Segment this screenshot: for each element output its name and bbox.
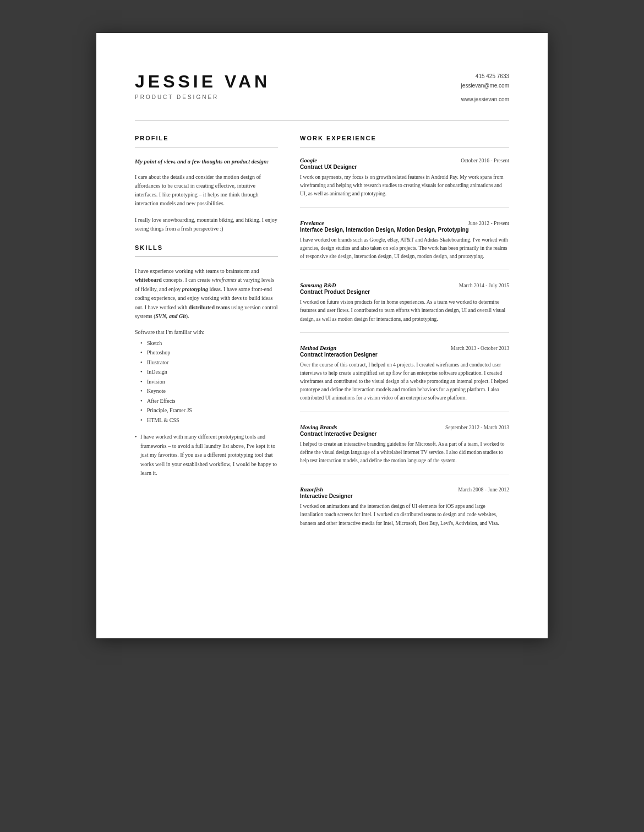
job-title: Contract Interaction Designer <box>300 352 509 358</box>
right-column: WORK EXPERIENCE Google October 2016 - Pr… <box>300 135 509 540</box>
skills-section: SKILLS I have experience working with te… <box>135 244 278 478</box>
job-dates: March 2013 - October 2013 <box>451 346 509 351</box>
email-address: jessievan@me.com <box>461 81 509 90</box>
profile-intro-text: My point of view, and a few thoughts on … <box>135 158 269 165</box>
job-entry: Method Design March 2013 - October 2013 … <box>300 345 509 412</box>
skill-keynote: Keynote <box>140 386 278 396</box>
skills-divider <box>135 256 278 257</box>
skill-html-css: HTML & CSS <box>140 415 278 425</box>
job-header: Freelance June 2012 - Present <box>300 220 509 226</box>
job-divider <box>300 474 509 474</box>
job-dates: March 2014 - July 2015 <box>459 283 509 288</box>
skill-sketch: Sketch <box>140 338 278 348</box>
profile-section-title: PROFILE <box>135 135 278 141</box>
job-description: I worked on future vision products for i… <box>300 298 509 324</box>
job-company: Google <box>300 157 317 163</box>
skills-paragraph: I have experience working with teams to … <box>135 267 278 321</box>
job-entry: Google October 2016 - Present Contract U… <box>300 157 509 208</box>
skill-invision: Invision <box>140 377 278 387</box>
candidate-name: JESSIE VAN <box>135 72 270 92</box>
job-description: I have worked on brands such as Google, … <box>300 236 509 261</box>
job-company: Method Design <box>300 345 336 351</box>
job-company: Samsung R&D <box>300 282 336 288</box>
software-list: Sketch Photoshop Illustrator InDesign In… <box>135 338 278 425</box>
job-entry: Freelance June 2012 - Present Interface … <box>300 220 509 271</box>
job-description: I helped to create an interactive brandi… <box>300 440 509 466</box>
software-heading: Software that I'm familiar with: <box>135 329 278 335</box>
skills-note: I have worked with many different protot… <box>135 433 278 478</box>
header-divider <box>135 121 509 121</box>
profile-intro: My point of view, and a few thoughts on … <box>135 157 278 166</box>
job-title: Interface Design, Interaction Design, Mo… <box>300 227 509 233</box>
header-left: JESSIE VAN PRODUCT DESIGNER <box>135 72 270 100</box>
job-divider <box>300 207 509 208</box>
skill-indesign: InDesign <box>140 367 278 377</box>
job-header: Moving Brands September 2012 - March 201… <box>300 424 509 430</box>
job-description: I work on payments, my focus is on growt… <box>300 173 509 199</box>
job-description: Over the course of this contract, I help… <box>300 361 509 403</box>
job-entry: Moving Brands September 2012 - March 201… <box>300 424 509 475</box>
work-divider <box>300 147 509 147</box>
main-content: PROFILE My point of view, and a few thou… <box>135 135 509 540</box>
website-url: www.jessievan.com <box>461 95 509 104</box>
profile-section: PROFILE My point of view, and a few thou… <box>135 135 278 233</box>
job-title: Contract Interactive Designer <box>300 431 509 437</box>
job-dates: September 2012 - March 2013 <box>445 425 509 430</box>
job-dates: June 2012 - Present <box>468 221 509 226</box>
job-divider <box>300 332 509 333</box>
job-company: Razorfish <box>300 486 323 492</box>
profile-divider <box>135 147 278 147</box>
left-column: PROFILE My point of view, and a few thou… <box>135 135 278 540</box>
job-company: Moving Brands <box>300 424 337 430</box>
skill-principle-framer: Principle, Framer JS <box>140 406 278 415</box>
job-header: Method Design March 2013 - October 2013 <box>300 345 509 351</box>
job-entry: Samsung R&D March 2014 - July 2015 Contr… <box>300 282 509 333</box>
resume-page: JESSIE VAN PRODUCT DESIGNER 415 425 7633… <box>96 33 548 638</box>
job-dates: March 2008 - June 2012 <box>458 487 509 492</box>
jobs-container: Google October 2016 - Present Contract U… <box>300 157 509 528</box>
job-entry: Razorfish March 2008 - June 2012 Interac… <box>300 486 509 528</box>
job-company: Freelance <box>300 220 324 226</box>
job-title: Contract Product Designer <box>300 289 509 295</box>
skill-photoshop: Photoshop <box>140 348 278 358</box>
skill-after-effects: After Effects <box>140 396 278 406</box>
job-header: Google October 2016 - Present <box>300 157 509 163</box>
job-description: I worked on animations and the interacti… <box>300 502 509 528</box>
job-title: Contract UX Designer <box>300 164 509 170</box>
job-divider <box>300 412 509 412</box>
candidate-title: PRODUCT DESIGNER <box>135 94 270 100</box>
job-header: Samsung R&D March 2014 - July 2015 <box>300 282 509 288</box>
header-contact: 415 425 7633 jessievan@me.com www.jessie… <box>461 72 509 104</box>
skill-illustrator: Illustrator <box>140 358 278 368</box>
resume-header: JESSIE VAN PRODUCT DESIGNER 415 425 7633… <box>135 72 509 104</box>
job-header: Razorfish March 2008 - June 2012 <box>300 486 509 492</box>
job-dates: October 2016 - Present <box>461 158 509 163</box>
job-divider <box>300 270 509 270</box>
job-title: Interactive Designer <box>300 493 509 499</box>
skills-section-title: SKILLS <box>135 244 278 251</box>
profile-paragraph1: I care about the details and consider th… <box>135 173 278 208</box>
work-section-title: WORK EXPERIENCE <box>300 135 509 141</box>
profile-paragraph2: I really love snowboarding, mountain bik… <box>135 216 278 233</box>
phone-number: 415 425 7633 <box>461 72 509 81</box>
